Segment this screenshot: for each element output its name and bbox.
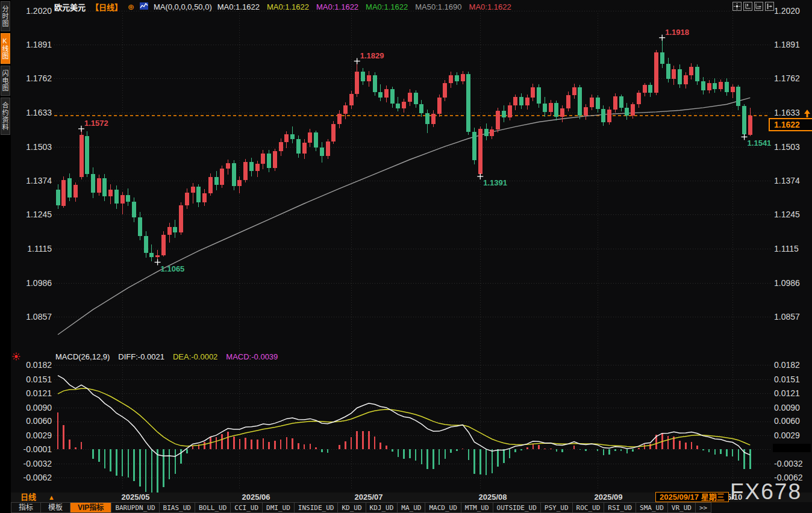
symbol-title: 欧元美元 — [54, 1, 86, 13]
mini-chart-icon — [140, 2, 148, 11]
zoom-axis-right-icon[interactable] — [754, 2, 763, 11]
crosshair-date-tooltip: 2025/09/17 星期三 — [655, 492, 729, 502]
period-selector[interactable]: 日线 — [20, 493, 36, 502]
macd-macd-value: MACD:-0.0039 — [226, 352, 278, 362]
indicator-tab-cci-ud[interactable]: CCI_UD — [231, 502, 263, 513]
period-tag: 【日线】 — [91, 1, 122, 13]
indicator-tab-bias-ud[interactable]: BIAS_UD — [160, 502, 195, 513]
sidebar-tab-3[interactable]: 闪电图 — [1, 66, 10, 96]
month-label: 2025/08 — [479, 493, 507, 502]
ma-value-5: MA50:1.1690 — [415, 2, 461, 11]
indicator-tab-dmi-ud[interactable]: DMI_UD — [263, 502, 295, 513]
app-window: 分时图K线图闪电图合约资料 欧元美元 【日线】 ⊕ MA(0,0,0,0,50,… — [0, 0, 812, 513]
ma-value-2: MA0:1.1622 — [267, 2, 309, 11]
indicator-tab-rsi-ud[interactable]: RSI_UD — [604, 502, 636, 513]
chart-toolbar — [732, 2, 774, 11]
indicator-alert-icon[interactable] — [12, 352, 20, 363]
ma-values-list: MA0:1.1622MA0:1.1622MA0:1.1622MA0:1.1622… — [217, 2, 511, 11]
left-sidebar: 分时图K线图闪电图合约资料 — [0, 0, 11, 513]
month-label: 2025/07 — [355, 493, 383, 502]
ma-value-4: MA0:1.1622 — [366, 2, 408, 11]
indicator-tab-bar: 指标模板VIP指标BARUPDN_UDBIAS_UDBOLL_UDCCI_UDD… — [11, 502, 711, 513]
indicator-tab-kd-ud[interactable]: KD_UD — [338, 502, 366, 513]
month-label: 2025/09 — [595, 493, 623, 502]
macd-diff-value: DIFF:-0.0021 — [118, 352, 164, 362]
macd-title: MACD(26,12,9) — [55, 352, 110, 362]
indicator-tab-outside-ud[interactable]: OUTSIDE_UD — [493, 502, 541, 513]
crosshair-tool-icon[interactable] — [732, 2, 742, 11]
indicator-tab--[interactable]: 模板 — [41, 502, 70, 513]
indicator-tab-kdj-ud[interactable]: KDJ_UD — [366, 502, 398, 513]
indicator-tab-boll-ud[interactable]: BOLL_UD — [195, 502, 231, 513]
scroll-to-price-icon[interactable] — [804, 110, 811, 121]
sidebar-tab-1[interactable]: 分时图 — [1, 1, 10, 31]
price-plot-area[interactable] — [54, 13, 772, 488]
ma-value-3: MA0:1.1622 — [316, 2, 358, 11]
date-axis-row: 日线 ▲ 2025/09/17 星期三 2025/052025/062025/0… — [11, 493, 812, 502]
zoom-axis-left-icon[interactable] — [743, 2, 752, 11]
indicator-tab-roc-ud[interactable]: ROC_UD — [573, 502, 605, 513]
chart-header: 欧元美元 【日线】 ⊕ MA(0,0,0,0,50,0) MA0:1.1622M… — [54, 1, 511, 12]
current-price-value: 1.1622 — [774, 120, 800, 129]
macd-header: MACD(26,12,9) DIFF:-0.0021 DEA:-0.0002 M… — [55, 352, 278, 362]
sidebar-tab-4[interactable]: 合约资料 — [1, 98, 10, 135]
indicator-tab--[interactable]: 指标 — [11, 502, 41, 513]
macd-dea-value: DEA:-0.0002 — [173, 352, 217, 362]
indicator-tab-vr-ud[interactable]: VR_UD — [668, 502, 696, 513]
indicator-tab-ma-ud[interactable]: MA_UD — [398, 502, 425, 513]
go-to-latest-icon[interactable] — [765, 2, 774, 11]
ma-settings-label: MA(0,0,0,0,50,0) — [154, 2, 212, 11]
ma-value-6: MA0:1.1622 — [469, 2, 511, 11]
sidebar-tab-2[interactable]: K线图 — [1, 33, 10, 64]
month-label: 2025/06 — [242, 493, 270, 502]
indicator-tab-mtm-ud[interactable]: MTM_UD — [461, 502, 493, 513]
indicator-tab-inside-ud[interactable]: INSIDE_UD — [295, 502, 339, 513]
ma-value-1: MA0:1.1622 — [217, 2, 260, 11]
indicator-tab-vip-[interactable]: VIP指标 — [70, 502, 111, 513]
period-dropdown-arrow-icon[interactable]: ▲ — [48, 493, 55, 502]
indicator-tab--[interactable]: >> — [696, 502, 711, 513]
indicator-tab-macd-ud[interactable]: MACD_UD — [425, 502, 461, 513]
macd-current-value-tag — [773, 444, 811, 452]
indicator-tab-barupdn-ud[interactable]: BARUPDN_UD — [111, 502, 159, 513]
indicator-tab-sma-ud[interactable]: SMA_UD — [636, 502, 668, 513]
indicator-tab-psy-ud[interactable]: PSY_UD — [541, 502, 573, 513]
add-compare-icon[interactable]: ⊕ — [128, 2, 134, 11]
month-label: 2025/05 — [122, 493, 150, 502]
